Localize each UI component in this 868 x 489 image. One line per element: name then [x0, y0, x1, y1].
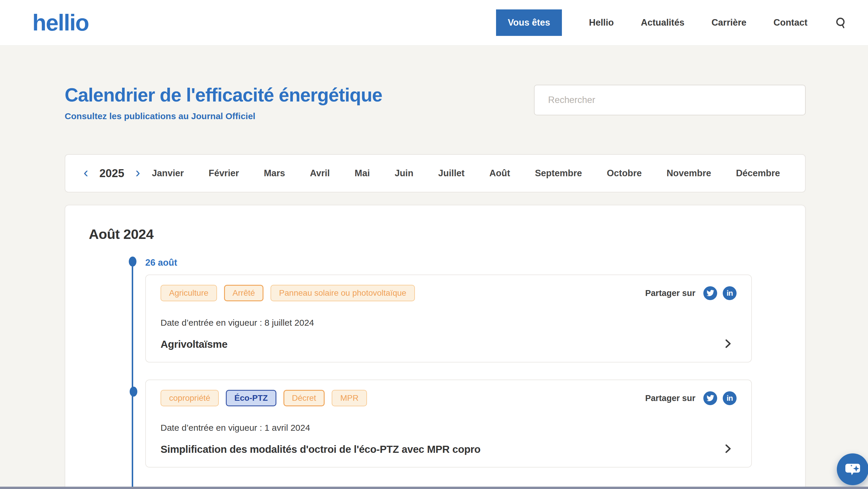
- page-bottom-edge: [0, 487, 868, 489]
- calendar-board: Août 2024 26 août Agriculture Arrêté Pan…: [65, 205, 806, 489]
- month-novembre[interactable]: Novembre: [666, 168, 711, 179]
- tag-arrete[interactable]: Arrêté: [224, 285, 264, 301]
- effective-date: Date d’entrée en vigueur : 8 juillet 202…: [160, 318, 737, 328]
- month-janvier[interactable]: Janvier: [152, 168, 184, 179]
- tag-list: copropriété Éco-PTZ Décret MPR: [160, 390, 367, 406]
- nav-item-vous-etes[interactable]: Vous êtes: [496, 9, 562, 36]
- search-input[interactable]: [534, 85, 806, 115]
- section-title: Août 2024: [89, 226, 752, 242]
- effective-date: Date d’entrée en vigueur : 1 avril 2024: [160, 423, 737, 433]
- page-viewport: hellio Vous êtes Hellio Actualités Carri…: [0, 0, 868, 489]
- search-icon[interactable]: [835, 16, 847, 29]
- month-aout[interactable]: Août: [489, 168, 510, 179]
- timeline-date: 26 août: [145, 257, 752, 268]
- linkedin-share-icon[interactable]: in: [723, 286, 737, 300]
- card-title-row: Agrivoltaïsme: [160, 338, 737, 350]
- share-block: Partager sur in: [645, 286, 737, 300]
- main-nav: Vous êtes Hellio Actualités Carrière Con…: [496, 9, 847, 36]
- month-decembre[interactable]: Décembre: [736, 168, 780, 179]
- year-label: 2025: [99, 167, 124, 180]
- month-list: Janvier Février Mars Avril Mai Juin Juil…: [152, 168, 780, 179]
- top-nav: hellio Vous êtes Hellio Actualités Carri…: [0, 0, 868, 46]
- month-juillet[interactable]: Juillet: [438, 168, 465, 179]
- timeline-line: [132, 266, 133, 489]
- tag-eco-ptz[interactable]: Éco-PTZ: [226, 390, 276, 406]
- month-septembre[interactable]: Septembre: [535, 168, 582, 179]
- tag-agriculture[interactable]: Agriculture: [160, 285, 217, 301]
- month-nav: ‹ 2025 › Janvier Février Mars Avril Mai …: [65, 154, 806, 193]
- twitter-share-icon[interactable]: [703, 391, 717, 405]
- month-octobre[interactable]: Octobre: [607, 168, 642, 179]
- page-title: Calendrier de l'efficacité énergétique: [65, 85, 382, 105]
- logo[interactable]: hellio: [32, 11, 89, 34]
- timeline-date-label: 26 août: [145, 257, 177, 268]
- tag-panneau-solaire[interactable]: Panneau solaire ou photovoltaïque: [271, 285, 415, 301]
- month-avril[interactable]: Avril: [310, 168, 330, 179]
- linkedin-in-glyph: in: [726, 394, 733, 402]
- card-title-row: Simplification des modalités d'octroi de…: [160, 443, 737, 455]
- tag-mpr[interactable]: MPR: [332, 390, 367, 406]
- chevron-right-icon[interactable]: [722, 443, 733, 455]
- card-header: Agriculture Arrêté Panneau solaire ou ph…: [160, 285, 737, 301]
- share-block: Partager sur in: [645, 391, 737, 405]
- page-content: Calendrier de l'efficacité énergétique C…: [65, 46, 806, 489]
- publication-title: Simplification des modalités d'octroi de…: [160, 443, 480, 455]
- nav-item-hellio[interactable]: Hellio: [589, 17, 614, 28]
- card-header: copropriété Éco-PTZ Décret MPR Partager …: [160, 390, 737, 406]
- nav-item-carriere[interactable]: Carrière: [712, 17, 747, 28]
- month-mars[interactable]: Mars: [264, 168, 285, 179]
- timeline: 26 août Agriculture Arrêté Panneau solai…: [89, 257, 752, 467]
- share-label: Partager sur: [645, 393, 695, 403]
- tag-copropriete[interactable]: copropriété: [160, 390, 219, 406]
- chat-widget-button[interactable]: [837, 453, 868, 485]
- timeline-dot: [129, 257, 136, 266]
- publication-card[interactable]: Agriculture Arrêté Panneau solaire ou ph…: [145, 275, 752, 363]
- chevron-right-icon[interactable]: ›: [135, 165, 140, 181]
- month-juin[interactable]: Juin: [395, 168, 413, 179]
- page-subtitle: Consultez les publications au Journal Of…: [65, 111, 382, 121]
- share-label: Partager sur: [645, 288, 695, 298]
- publication-card[interactable]: copropriété Éco-PTZ Décret MPR Partager …: [145, 379, 752, 467]
- publication-title: Agrivoltaïsme: [160, 338, 227, 350]
- linkedin-share-icon[interactable]: in: [723, 391, 737, 405]
- chevron-left-icon[interactable]: ‹: [84, 165, 88, 181]
- chat-bubble-sparkle-icon: [844, 460, 862, 478]
- tag-decret[interactable]: Décret: [283, 390, 324, 406]
- month-mai[interactable]: Mai: [354, 168, 370, 179]
- chevron-right-icon[interactable]: [722, 338, 733, 350]
- month-fevrier[interactable]: Février: [209, 168, 239, 179]
- hero: Calendrier de l'efficacité énergétique C…: [65, 85, 806, 121]
- twitter-share-icon[interactable]: [703, 286, 717, 300]
- nav-item-actualites[interactable]: Actualités: [641, 17, 684, 28]
- linkedin-in-glyph: in: [726, 289, 733, 297]
- nav-item-contact[interactable]: Contact: [774, 17, 807, 28]
- tag-list: Agriculture Arrêté Panneau solaire ou ph…: [160, 285, 415, 301]
